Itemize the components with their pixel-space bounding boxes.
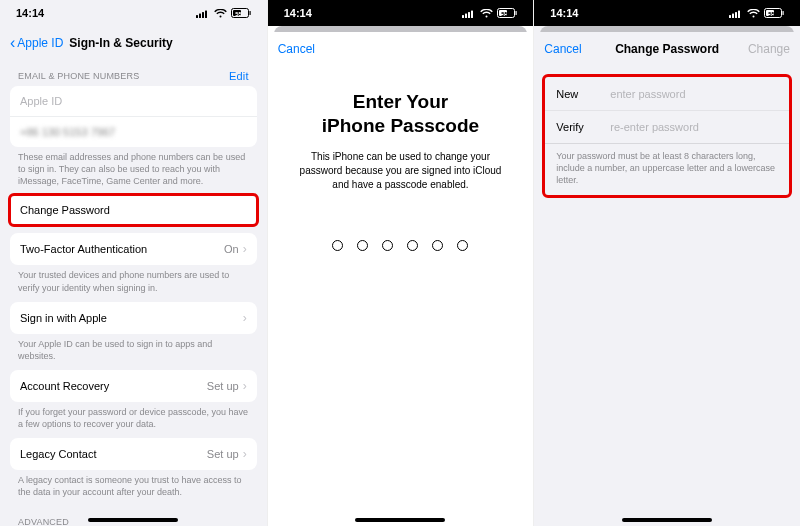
svg-rect-16 bbox=[729, 15, 731, 18]
screen-signin-security: 14:14 55 ‹ Apple ID Sign-In & Security E… bbox=[0, 0, 267, 526]
passcode-dot bbox=[332, 240, 343, 251]
siwa-row[interactable]: Sign in with Apple › bbox=[10, 302, 257, 334]
email-note: These email addresses and phone numbers … bbox=[10, 147, 257, 195]
battery-icon: 55 bbox=[764, 8, 784, 18]
passcode-subtitle: This iPhone can be used to change your p… bbox=[292, 150, 510, 192]
modal-body: Cancel Enter Your iPhone Passcode This i… bbox=[268, 32, 534, 526]
wifi-icon bbox=[214, 9, 227, 18]
legacy-contact-row[interactable]: Legacy Contact Set up › bbox=[10, 438, 257, 470]
svg-rect-3 bbox=[205, 10, 207, 18]
nav-bar: ‹ Apple ID Sign-In & Security bbox=[0, 26, 267, 60]
siwa-note: Your Apple ID can be used to sign in to … bbox=[10, 334, 257, 370]
chevron-right-icon: › bbox=[243, 447, 247, 461]
status-bar: 14:14 55 bbox=[268, 0, 534, 26]
status-bar: 14:14 55 bbox=[0, 0, 267, 26]
back-button[interactable]: ‹ Apple ID bbox=[10, 35, 63, 51]
wifi-icon bbox=[747, 9, 760, 18]
signal-icon bbox=[462, 9, 476, 18]
battery-icon: 55 bbox=[231, 8, 251, 18]
apple-id-row[interactable]: Apple ID bbox=[10, 86, 257, 116]
svg-rect-14 bbox=[516, 11, 517, 15]
passcode-dot bbox=[382, 240, 393, 251]
home-indicator[interactable] bbox=[355, 518, 445, 522]
svg-rect-8 bbox=[462, 15, 464, 18]
status-time: 14:14 bbox=[284, 7, 312, 19]
new-password-input[interactable]: enter password bbox=[610, 88, 685, 100]
passcode-title: Enter Your iPhone Passcode bbox=[288, 90, 514, 138]
lc-note: A legacy contact is someone you trust to… bbox=[10, 470, 257, 506]
status-time: 14:14 bbox=[16, 7, 44, 19]
chevron-right-icon: › bbox=[243, 242, 247, 256]
section-header-advanced: Advanced bbox=[10, 507, 257, 526]
chevron-left-icon: ‹ bbox=[10, 35, 15, 51]
screen-enter-passcode: 14:14 55 Cancel Enter Your iPhone Passco… bbox=[267, 0, 534, 526]
svg-rect-10 bbox=[468, 12, 470, 18]
page-title: Sign-In & Security bbox=[69, 36, 172, 50]
svg-rect-17 bbox=[732, 13, 734, 18]
passcode-dots[interactable] bbox=[268, 240, 534, 251]
svg-rect-6 bbox=[249, 11, 250, 15]
change-button[interactable]: Change bbox=[748, 42, 790, 56]
nav-bar: Cancel Change Password Change bbox=[534, 32, 800, 66]
lc-card: Legacy Contact Set up › bbox=[10, 438, 257, 470]
signal-icon bbox=[729, 9, 743, 18]
svg-rect-0 bbox=[196, 15, 198, 18]
siwa-card: Sign in with Apple › bbox=[10, 302, 257, 334]
svg-rect-18 bbox=[735, 12, 737, 18]
passcode-dot bbox=[457, 240, 468, 251]
ar-note: If you forget your password or device pa… bbox=[10, 402, 257, 438]
ar-card: Account Recovery Set up › bbox=[10, 370, 257, 402]
passcode-dot bbox=[407, 240, 418, 251]
svg-rect-1 bbox=[199, 13, 201, 18]
verify-password-input[interactable]: re-enter password bbox=[610, 121, 699, 133]
content: Email & Phone Numbers Edit Apple ID +86 … bbox=[0, 60, 267, 526]
password-requirements: Your password must be at least 8 charact… bbox=[544, 144, 790, 194]
account-recovery-row[interactable]: Account Recovery Set up › bbox=[10, 370, 257, 402]
change-password-row[interactable]: Change Password bbox=[10, 195, 257, 225]
modal-body: Cancel Change Password Change New enter … bbox=[534, 32, 800, 526]
change-password-card: Change Password bbox=[10, 195, 257, 225]
field-label: New bbox=[556, 88, 610, 100]
svg-text:55: 55 bbox=[768, 11, 775, 17]
svg-text:55: 55 bbox=[235, 11, 242, 17]
screen-change-password: 14:14 55 Cancel Change Password Change N… bbox=[533, 0, 800, 526]
svg-rect-11 bbox=[471, 10, 473, 18]
home-indicator[interactable] bbox=[88, 518, 178, 522]
svg-text:55: 55 bbox=[501, 11, 508, 17]
chevron-right-icon: › bbox=[243, 379, 247, 393]
home-indicator[interactable] bbox=[622, 518, 712, 522]
tfa-note: Your trusted devices and phone numbers a… bbox=[10, 265, 257, 301]
edit-button[interactable]: Edit bbox=[229, 70, 249, 82]
passcode-dot bbox=[357, 240, 368, 251]
verify-password-row[interactable]: Verify re-enter password bbox=[544, 111, 790, 144]
status-bar: 14:14 55 bbox=[534, 0, 800, 26]
field-label: Verify bbox=[556, 121, 610, 133]
password-form-highlight: New enter password Verify re-enter passw… bbox=[544, 76, 790, 196]
svg-rect-2 bbox=[202, 12, 204, 18]
chevron-right-icon: › bbox=[243, 311, 247, 325]
signal-icon bbox=[196, 9, 210, 18]
battery-icon: 55 bbox=[497, 8, 517, 18]
tfa-row[interactable]: Two-Factor Authentication On › bbox=[10, 233, 257, 265]
new-password-row[interactable]: New enter password bbox=[544, 78, 790, 111]
passcode-dot bbox=[432, 240, 443, 251]
cancel-button[interactable]: Cancel bbox=[278, 42, 315, 56]
status-right: 55 bbox=[196, 8, 251, 18]
svg-rect-22 bbox=[782, 11, 783, 15]
section-header-email: Email & Phone Numbers Edit bbox=[10, 60, 257, 86]
status-right: 55 bbox=[729, 8, 784, 18]
back-label: Apple ID bbox=[17, 36, 63, 50]
tfa-card: Two-Factor Authentication On › bbox=[10, 233, 257, 265]
svg-rect-9 bbox=[465, 13, 467, 18]
status-time: 14:14 bbox=[550, 7, 578, 19]
wifi-icon bbox=[480, 9, 493, 18]
nav-bar: Cancel bbox=[268, 32, 534, 66]
status-wrap: 14:14 55 bbox=[534, 0, 800, 26]
svg-rect-19 bbox=[738, 10, 740, 18]
cancel-button[interactable]: Cancel bbox=[544, 42, 581, 56]
status-wrap: 14:14 55 bbox=[268, 0, 534, 26]
content: New enter password Verify re-enter passw… bbox=[534, 66, 800, 526]
phone-number-row[interactable]: +86 130 5153 7967 bbox=[10, 116, 257, 147]
status-right: 55 bbox=[462, 8, 517, 18]
email-card: Apple ID +86 130 5153 7967 bbox=[10, 86, 257, 147]
